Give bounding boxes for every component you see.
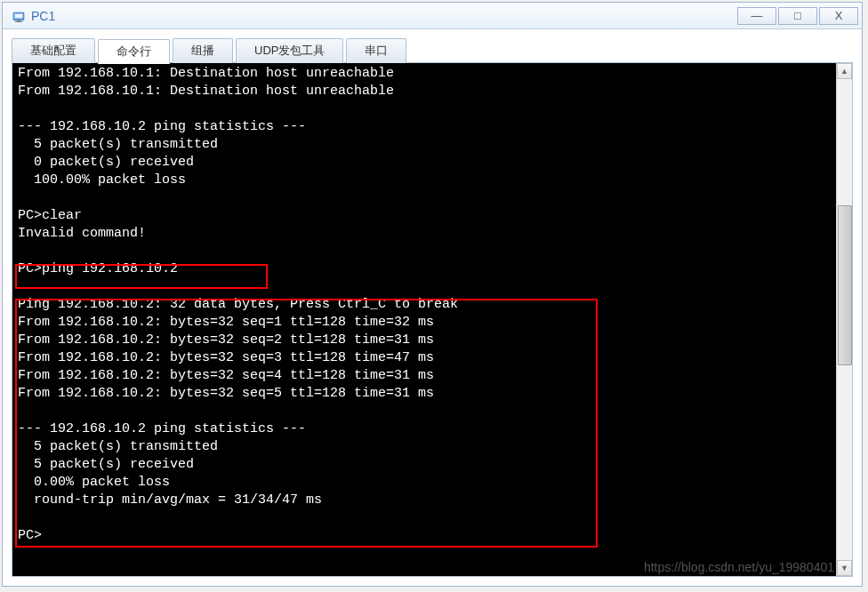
vertical-scrollbar[interactable]: ▲ ▼ (836, 63, 852, 576)
tab-udp-tool[interactable]: UDP发包工具 (236, 38, 343, 63)
content-area: 基础配置 命令行 组播 UDP发包工具 串口 From 192.168.10.1… (3, 29, 862, 586)
window-title: PC1 (31, 9, 735, 23)
tab-serial[interactable]: 串口 (346, 38, 406, 63)
minimize-button[interactable]: — (737, 7, 776, 25)
scrollbar-up-button[interactable]: ▲ (837, 63, 852, 79)
scrollbar-thumb[interactable] (838, 205, 852, 365)
tab-command-line[interactable]: 命令行 (98, 39, 170, 64)
svg-rect-1 (15, 13, 23, 18)
tab-bar: 基础配置 命令行 组播 UDP发包工具 串口 (12, 38, 853, 63)
terminal-container: From 192.168.10.1: Destination host unre… (12, 62, 853, 577)
svg-rect-3 (15, 21, 22, 22)
terminal[interactable]: From 192.168.10.1: Destination host unre… (12, 63, 836, 576)
tab-multicast[interactable]: 组播 (173, 38, 233, 63)
app-icon (12, 9, 26, 23)
app-window: PC1 — □ X 基础配置 命令行 组播 UDP发包工具 串口 From 19… (2, 2, 863, 587)
close-button[interactable]: X (819, 7, 858, 25)
scrollbar-down-button[interactable]: ▼ (837, 560, 852, 576)
tab-basic-config[interactable]: 基础配置 (12, 38, 95, 63)
maximize-button[interactable]: □ (778, 7, 817, 25)
titlebar: PC1 — □ X (3, 3, 862, 29)
window-controls: — □ X (735, 7, 858, 25)
